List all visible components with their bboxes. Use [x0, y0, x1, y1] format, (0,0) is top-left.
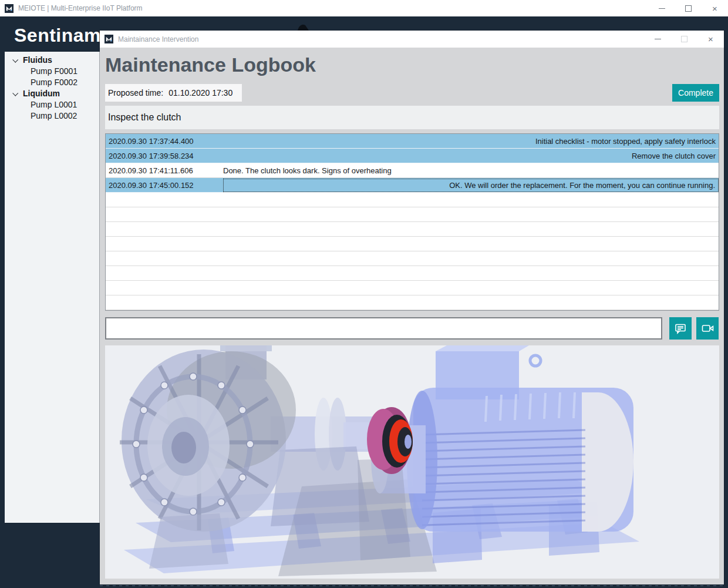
- sidebar-tree: FluidusPump F0001Pump F0002LiquidumPump …: [5, 52, 100, 122]
- window-focus-dashes: [100, 585, 724, 586]
- log-row-3[interactable]: 2020.09.30 17:41:11.606Done. The clutch …: [106, 163, 719, 178]
- video-camera-icon: [700, 321, 714, 335]
- task-description: Inspect the clutch: [105, 106, 719, 129]
- window-controls: ×: [649, 0, 728, 16]
- app-screen: MEIOTE | Multi-Enterprise IIoT Platform …: [0, 0, 728, 588]
- log-timestamp: 2020.09.30 17:45:00.152: [106, 181, 223, 190]
- tree-item-pump-f0001[interactable]: Pump F0001: [5, 66, 100, 77]
- page-title: Sentinam: [14, 25, 101, 46]
- logbook-heading: Maintenance Logbook: [105, 53, 316, 76]
- tree-group-label: Fluidus: [23, 55, 52, 66]
- log-timestamp: 2020.09.30 17:39:58.234: [106, 152, 223, 160]
- message-input[interactable]: [105, 317, 662, 340]
- log-timestamp: 2020.09.30 17:37:44.400: [106, 137, 223, 146]
- tree-group-liquidum[interactable]: Liquidum: [5, 88, 100, 99]
- log-message: Remove the clutch cover: [223, 152, 719, 160]
- meiote-logo-icon: [105, 35, 113, 43]
- tree-group-fluidus[interactable]: Fluidus: [5, 55, 100, 66]
- pump-3d-viewport[interactable]: [105, 345, 719, 579]
- log-row-empty[interactable]: [106, 295, 719, 310]
- log-row-empty[interactable]: [106, 251, 719, 266]
- log-row-empty[interactable]: [106, 193, 719, 207]
- dialog-body: Maintenance Logbook Proposed time: 01.10…: [100, 48, 724, 584]
- send-chat-button[interactable]: [669, 317, 692, 340]
- maintenance-dialog: Maintainance Intervention × Maintenance …: [100, 31, 724, 584]
- log-row-empty[interactable]: [106, 237, 719, 251]
- window-title: MEIOTE | Multi-Enterprise IIoT Platform: [18, 4, 649, 12]
- log-row-2[interactable]: 2020.09.30 17:39:58.234Remove the clutch…: [106, 149, 719, 163]
- dialog-title: Maintainance Intervention: [118, 35, 645, 43]
- tree-group-label: Liquidum: [23, 88, 60, 99]
- log-message: Done. The clutch looks dark. Signs of ov…: [223, 166, 719, 175]
- log-row-empty[interactable]: [106, 207, 719, 222]
- dialog-window-controls: ×: [645, 31, 724, 48]
- log-message: OK. We will order the replacement. For t…: [223, 179, 719, 192]
- tree-item-pump-l0001[interactable]: Pump L0001: [5, 99, 100, 110]
- pump-3d-model: [105, 345, 719, 579]
- log-message: Initial checklist - motor stopped, apply…: [223, 137, 719, 146]
- meiote-logo-icon: [5, 4, 14, 13]
- minimize-button[interactable]: [649, 0, 675, 16]
- tree-item-pump-l0002[interactable]: Pump L0002: [5, 110, 100, 122]
- asset-tree-panel: FluidusPump F0001Pump F0002LiquidumPump …: [5, 52, 100, 523]
- dialog-close-button[interactable]: ×: [697, 31, 724, 48]
- proposed-time-value: 01.10.2020 17:30: [168, 88, 232, 98]
- close-button[interactable]: ×: [702, 0, 728, 16]
- proposed-time-label: Proposed time:: [108, 88, 163, 98]
- log-timestamp: 2020.09.30 17:41:11.606: [106, 166, 223, 175]
- log-row-empty[interactable]: [106, 281, 719, 295]
- tree-item-pump-f0002[interactable]: Pump F0002: [5, 77, 100, 88]
- dialog-minimize-button[interactable]: [645, 31, 671, 48]
- log-row-empty[interactable]: [106, 266, 719, 281]
- dialog-maximize-button[interactable]: [671, 31, 697, 48]
- chevron-down-icon[interactable]: [12, 57, 18, 63]
- log-row-1[interactable]: 2020.09.30 17:37:44.400Initial checklist…: [106, 134, 719, 149]
- chat-message-icon: [673, 321, 687, 335]
- log-row-empty[interactable]: [106, 222, 719, 237]
- log-table[interactable]: 2020.09.30 17:37:44.400Initial checklist…: [105, 133, 719, 311]
- background-window-artifact: [297, 23, 310, 31]
- main-titlebar: MEIOTE | Multi-Enterprise IIoT Platform …: [0, 0, 728, 16]
- maximize-button[interactable]: [675, 0, 702, 16]
- video-call-button[interactable]: [696, 317, 719, 340]
- complete-button[interactable]: Complete: [672, 84, 719, 102]
- proposed-time-field[interactable]: Proposed time: 01.10.2020 17:30: [105, 84, 242, 102]
- log-row-4[interactable]: 2020.09.30 17:45:00.152OK. We will order…: [106, 178, 719, 193]
- dialog-titlebar: Maintainance Intervention ×: [100, 31, 724, 48]
- chevron-down-icon[interactable]: [12, 90, 18, 96]
